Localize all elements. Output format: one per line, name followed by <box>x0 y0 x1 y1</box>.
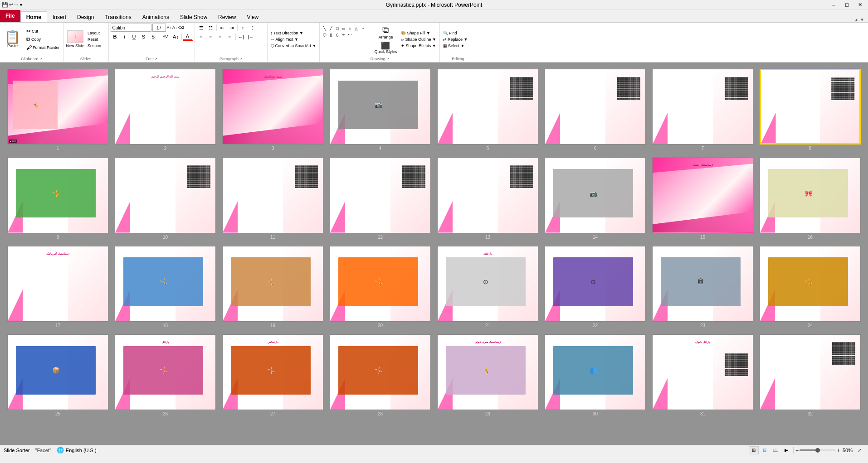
slideshow-view-button[interactable]: ▶ <box>781 446 791 454</box>
align-right-button[interactable]: ≡ <box>216 33 225 41</box>
char-spacing-btn2[interactable]: A↕ <box>171 33 180 41</box>
slide-sorter-area[interactable]: 🤸▶ 00:151بسم الله الرحمن الرحيم2زمینه ژی… <box>0 63 868 445</box>
slide-thumb-2[interactable]: بسم الله الرحمن الرحيم2 <box>115 69 216 151</box>
slide-thumb-11[interactable]: ████████████████████████████████████████… <box>222 157 323 239</box>
text-shadow-button[interactable]: S <box>149 33 158 41</box>
slide-thumb-4[interactable]: 📷4 <box>330 69 431 151</box>
align-left-button[interactable]: ≡ <box>197 33 206 41</box>
slide-thumb-18[interactable]: 🤸18 <box>115 246 216 328</box>
shape-triangle[interactable]: △ <box>353 25 359 31</box>
tab-design[interactable]: Design <box>72 12 99 22</box>
font-size-input[interactable] <box>152 24 166 32</box>
shape-outline-button[interactable]: ▱Shape Outline ▼ <box>400 37 437 42</box>
normal-view-button[interactable]: ⊞ <box>749 446 759 454</box>
tab-insert[interactable]: Insert <box>47 12 72 22</box>
find-button[interactable]: 🔍Find <box>442 30 474 36</box>
slide-thumb-20[interactable]: 🤸20 <box>330 246 431 328</box>
slide-thumb-27[interactable]: دارفیکس🤸27 <box>222 334 323 416</box>
decrease-font-button[interactable]: A↓ <box>172 25 177 30</box>
slide-thumb-24[interactable]: 🤸24 <box>760 246 861 328</box>
char-spacing-button[interactable]: AV <box>160 33 171 41</box>
increase-indent-button[interactable]: ⇥ <box>227 24 236 32</box>
format-painter-button[interactable]: 🖌Format Painter <box>25 44 61 51</box>
new-slide-button[interactable]: + New Slide <box>65 29 86 49</box>
slide-thumb-12[interactable]: ████████████████████████████████████████… <box>330 157 431 239</box>
clear-format-button[interactable]: ⌫ <box>178 25 184 30</box>
fit-window-button[interactable]: ⤢ <box>854 446 864 454</box>
strikethrough-button[interactable]: S <box>139 33 148 41</box>
italic-button[interactable]: I <box>120 33 129 41</box>
layout-button[interactable]: Layout <box>86 30 102 36</box>
reset-button[interactable]: Reset <box>86 37 102 42</box>
slide-thumb-30[interactable]: 👥30 <box>545 334 646 416</box>
select-button[interactable]: ▦Select ▼ <box>442 43 474 48</box>
slide-sorter-view-button[interactable]: ⊟ <box>760 446 770 454</box>
slide-thumb-14[interactable]: 📷14 <box>545 157 646 239</box>
minimize-button[interactable]: ─ <box>827 0 840 10</box>
justify-button[interactable]: ≡ <box>225 33 234 41</box>
zoom-slider[interactable] <box>800 449 836 451</box>
clipboard-expand-icon[interactable]: ↗ <box>39 57 42 61</box>
zoom-slider-thumb[interactable] <box>815 448 820 453</box>
slide-thumb-6[interactable]: ████████████████████████████████████████… <box>545 69 646 151</box>
tab-transitions[interactable]: Transitions <box>99 12 137 22</box>
rtl-button[interactable]: ←| <box>237 33 246 41</box>
zoom-plus-button[interactable]: + <box>837 447 840 453</box>
drawing-expand-icon[interactable]: ↗ <box>386 57 389 61</box>
underline-button[interactable]: U <box>130 33 139 41</box>
shape-rect[interactable]: □ <box>334 25 340 31</box>
slide-thumb-13[interactable]: ████████████████████████████████████████… <box>437 157 538 239</box>
undo-icon[interactable]: ↩ <box>9 2 13 8</box>
cut-button[interactable]: ✂Cut <box>25 28 61 35</box>
decrease-indent-button[interactable]: ⇤ <box>218 24 227 32</box>
tab-slideshow[interactable]: Slide Show <box>175 12 213 22</box>
font-name-input[interactable] <box>111 24 151 32</box>
shape-arrow[interactable]: → <box>360 25 366 31</box>
shape-brace[interactable]: {} <box>328 32 334 38</box>
slide-thumb-32[interactable]: ████████████████████████████████████████… <box>760 334 861 416</box>
slide-thumb-26[interactable]: پارالل🤸26 <box>115 334 216 416</box>
shape-round-rect[interactable]: ▭ <box>341 25 346 31</box>
convert-smartart-button[interactable]: ⬡Convert to SmartArt ▼ <box>269 43 318 48</box>
shape-hexagon[interactable]: ⬡ <box>322 32 327 38</box>
replace-button[interactable]: ⇄Replace ▼ <box>442 37 474 42</box>
shape-fill-button[interactable]: 🎨Shape Fill ▼ <box>400 30 437 36</box>
slide-thumb-22[interactable]: ⊙22 <box>545 246 646 328</box>
slide-thumb-17[interactable]: ژیمناستیک آکروباتیک17 <box>7 246 108 328</box>
shape-oval[interactable]: ○ <box>347 25 353 31</box>
slide-thumb-5[interactable]: ████████████████████████████████████████… <box>437 69 538 151</box>
shape-effects-button[interactable]: ✦Shape Effects ▼ <box>400 43 437 48</box>
slide-thumb-16[interactable]: 🎀16 <box>760 157 861 239</box>
slide-thumb-21[interactable]: ذارحلقه⊙21 <box>437 246 538 328</box>
increase-font-button[interactable]: A↑ <box>167 25 172 30</box>
slide-thumb-1[interactable]: 🤸▶ 00:151 <box>7 69 108 151</box>
bullets-button[interactable]: ☰ <box>197 24 206 32</box>
shape-more[interactable]: ⋯ <box>347 32 353 38</box>
tab-review[interactable]: Review <box>213 12 241 22</box>
slide-thumb-8[interactable]: ████████████████████████████████████████… <box>760 69 861 151</box>
slide-thumb-9[interactable]: 🤸9 <box>7 157 108 239</box>
language-button[interactable]: 🌐 English (U.S.) <box>57 447 97 453</box>
slide-thumb-15[interactable]: ژیمناستیک ریتمیک15 <box>652 157 753 239</box>
text-direction-button[interactable]: ↕Text Direction ▼ <box>269 30 318 36</box>
restore-button[interactable]: ◻ <box>840 0 853 10</box>
zoom-level-label[interactable]: 50% <box>843 448 853 453</box>
align-text-button[interactable]: ↔Align Text ▼ <box>269 37 318 42</box>
bold-button[interactable]: B <box>111 33 120 41</box>
tab-animations[interactable]: Animations <box>137 12 175 22</box>
tab-home[interactable]: Home <box>20 11 47 22</box>
tab-file[interactable]: File <box>0 10 20 22</box>
shape-curve[interactable]: ∿ <box>341 32 346 38</box>
save-icon[interactable]: 💾 <box>2 2 8 8</box>
slide-thumb-10[interactable]: ████████████████████████████████████████… <box>115 157 216 239</box>
font-color-button[interactable]: A <box>183 33 193 41</box>
slide-thumb-23[interactable]: 🏛23 <box>652 246 753 328</box>
slide-thumb-28[interactable]: 🤸28 <box>330 334 431 416</box>
shape-line2[interactable]: ╱ <box>328 25 334 31</box>
slide-thumb-31[interactable]: پارالل بانوان███████████████████████████… <box>652 334 753 416</box>
shape-line[interactable]: ╲ <box>322 25 327 31</box>
close-button[interactable]: ✕ <box>853 0 866 10</box>
zoom-minus-button[interactable]: − <box>795 447 799 453</box>
slide-thumb-25[interactable]: 📦25 <box>7 334 108 416</box>
customize-icon[interactable]: ▼ <box>19 3 23 7</box>
